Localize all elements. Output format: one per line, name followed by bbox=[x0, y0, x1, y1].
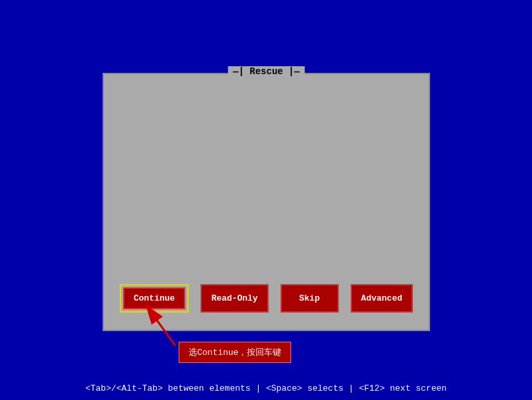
annotation-tooltip: 选Continue，按回车键 bbox=[179, 342, 291, 363]
dialog-title: Rescue bbox=[228, 66, 305, 77]
advanced-button[interactable]: Advanced bbox=[351, 284, 413, 313]
readonly-button[interactable]: Read-Only bbox=[200, 284, 268, 313]
annotation-text: 选Continue，按回车键 bbox=[189, 348, 281, 358]
rescue-dialog: Rescue The rescue environment will now a… bbox=[103, 73, 430, 331]
svg-line-1 bbox=[146, 305, 175, 346]
status-text: <Tab>/<Alt-Tab> between elements | <Spac… bbox=[85, 383, 447, 393]
status-bar: <Tab>/<Alt-Tab> between elements | <Spac… bbox=[0, 383, 532, 393]
skip-button[interactable]: Skip bbox=[281, 284, 339, 313]
